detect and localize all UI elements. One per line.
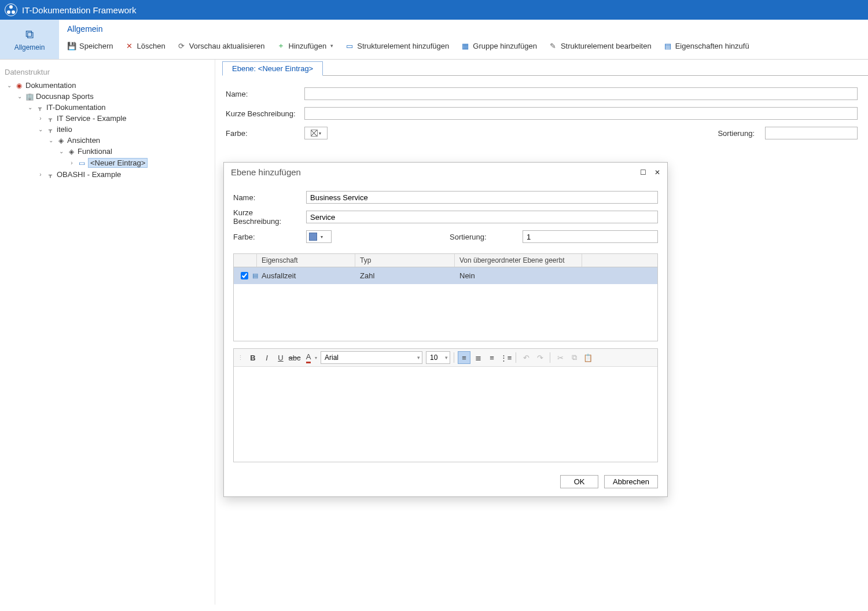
collapse-icon[interactable]: ⌄ — [47, 137, 54, 143]
ribbon-tab-allgemein[interactable]: ⧉ Allgemein — [0, 20, 59, 59]
font-color-button[interactable]: A — [302, 351, 315, 364]
name-input[interactable] — [304, 87, 858, 100]
building-icon: 🏢 — [25, 93, 34, 101]
ok-button[interactable]: OK — [560, 475, 598, 488]
bullet-list-button[interactable]: ⋮≡ — [499, 351, 512, 364]
rte-toolbar: ⋮ B I U abc A ▾ ≡ ≣ ≡ ⋮≡ ↶ ↷ — [234, 349, 657, 367]
hierarchy-icon: ᚁ — [46, 115, 55, 123]
refresh-preview-button[interactable]: ⟳ Vorschau aktualisieren — [171, 39, 271, 53]
tree-node-itelio[interactable]: ⌄ ᚁ itelio — [35, 124, 211, 135]
pencil-icon: ✎ — [549, 42, 558, 50]
col-spacer — [582, 254, 657, 267]
italic-button[interactable]: I — [260, 351, 273, 364]
delete-button[interactable]: ✕ Löschen — [119, 39, 171, 53]
align-left-button[interactable]: ≡ — [458, 351, 470, 364]
row-checkbox[interactable] — [241, 272, 248, 279]
tab-strip: Ebene: <Neuer Eintrag> — [222, 61, 868, 76]
properties-table: Eigenschaft Typ Von übergeordneter Ebene… — [233, 253, 658, 341]
cut-button[interactable]: ✂ — [554, 351, 567, 364]
col-property[interactable]: Eigenschaft — [257, 254, 355, 267]
paste-button[interactable]: 📋 — [582, 351, 594, 364]
dialog-title: Ebene hinzufügen — [231, 167, 301, 177]
tree-node-company[interactable]: ⌄ 🏢 Docusnap Sports — [14, 91, 211, 102]
save-button[interactable]: 💾 Speichern — [61, 39, 119, 53]
tree-node-funktional[interactable]: ⌄ ◈ Funktional — [56, 146, 211, 157]
dlg-sort-input[interactable] — [523, 230, 658, 243]
copy-button[interactable]: ⧉ — [568, 351, 580, 364]
collapse-icon[interactable]: ⌄ — [6, 82, 13, 89]
collapse-icon[interactable]: ⌄ — [16, 93, 23, 100]
app-logo-icon — [5, 3, 17, 16]
dlg-label-color: Farbe: — [233, 233, 300, 241]
sort-input[interactable] — [765, 127, 858, 139]
rte-content-area[interactable] — [234, 367, 657, 462]
strikethrough-button[interactable]: abc — [288, 351, 301, 364]
table-header: Eigenschaft Typ Von übergeordneter Ebene… — [234, 254, 657, 267]
chevron-down-icon[interactable]: ▾ — [315, 355, 317, 360]
font-family-select[interactable] — [321, 351, 422, 364]
dialog-titlebar[interactable]: Ebene hinzufügen ☐ ✕ — [224, 163, 667, 182]
color-picker[interactable]: ▾ — [304, 127, 328, 139]
edit-properties-button[interactable]: ▤ Eigenschaften hinzufü — [657, 39, 755, 53]
cell-property: Ausfallzeit — [257, 270, 355, 281]
view-icon: ◈ — [67, 148, 76, 156]
color-swatch-empty-icon — [311, 130, 318, 137]
dlg-label-sort: Sortierung: — [450, 233, 517, 241]
label-name: Name: — [226, 90, 299, 98]
tree-node-obashi[interactable]: › ᚁ OBASHI - Example — [35, 169, 211, 180]
table-row[interactable]: ▤ Ausfallzeit Zahl Nein — [234, 267, 657, 284]
cell-type: Zahl — [355, 270, 455, 281]
col-inherited[interactable]: Von übergeordneter Ebene geerbt — [455, 254, 582, 267]
titlebar: IT-Dokumentation Framework — [0, 0, 868, 20]
dialog-add-level: Ebene hinzufügen ☐ ✕ Name: Kurze Beschre… — [223, 162, 668, 497]
level-icon: ▭ — [77, 159, 86, 167]
expand-icon[interactable]: › — [37, 115, 44, 122]
delete-icon: ✕ — [125, 42, 134, 50]
undo-button[interactable]: ↶ — [520, 351, 532, 364]
font-size-select[interactable] — [426, 351, 450, 364]
tree-node-new-entry[interactable]: › ▭ <Neuer Eintrag> — [66, 157, 211, 169]
tree-node-service-example[interactable]: › ᚁ IT Service - Example — [35, 113, 211, 124]
tree-node-root[interactable]: ⌄ ◉ Dokumentation — [3, 80, 211, 91]
add-group-button[interactable]: ▦ Gruppe hinzufügen — [455, 39, 543, 53]
col-type[interactable]: Typ — [355, 254, 455, 267]
description-input[interactable] — [304, 107, 858, 120]
add-structure-element-button[interactable]: ▭ Strukturelement hinzufügen — [339, 39, 455, 53]
collapse-icon[interactable]: ⌄ — [27, 104, 34, 111]
tree-node-itdoc[interactable]: ⌄ ᚁ IT-Dokumentation — [24, 102, 211, 113]
tree-node-ansichten[interactable]: ⌄ ◈ Ansichten — [45, 135, 211, 146]
group-add-icon: ▦ — [461, 42, 470, 50]
structure-add-icon: ▭ — [345, 42, 354, 50]
add-button[interactable]: ＋ Hinzufügen ▾ — [271, 38, 340, 53]
plus-icon: ＋ — [277, 41, 286, 51]
toolbar: 💾 Speichern ✕ Löschen ⟳ Vorschau aktuali… — [59, 36, 868, 59]
col-checkbox — [234, 254, 257, 267]
dlg-color-picker[interactable]: ▾ — [306, 230, 332, 243]
tree: ⌄ ◉ Dokumentation ⌄ 🏢 Docusnap Sports — [3, 80, 211, 180]
app-title: IT-Dokumentation Framework — [22, 5, 137, 15]
collapse-icon[interactable]: ⌄ — [58, 148, 65, 154]
underline-button[interactable]: U — [274, 351, 287, 364]
ribbon-tab-label: Allgemein — [14, 43, 45, 51]
maximize-icon[interactable]: ☐ — [640, 168, 646, 176]
dlg-label-name: Name: — [233, 193, 300, 202]
bold-button[interactable]: B — [247, 351, 259, 364]
tab-level[interactable]: Ebene: <Neuer Eintrag> — [222, 61, 323, 76]
collapse-icon[interactable]: ⌄ — [37, 126, 44, 132]
color-swatch-icon — [309, 233, 317, 241]
hierarchy-icon: ᚁ — [46, 171, 55, 179]
dlg-label-desc: Kurze Beschreibung: — [233, 208, 300, 226]
expand-icon[interactable]: › — [68, 160, 75, 166]
chevron-down-icon: ▾ — [319, 131, 321, 136]
align-center-button[interactable]: ≣ — [472, 351, 484, 364]
align-right-button[interactable]: ≡ — [486, 351, 498, 364]
chevron-down-icon: ▾ — [321, 234, 323, 240]
cancel-button[interactable]: Abbrechen — [604, 475, 658, 488]
close-icon[interactable]: ✕ — [654, 168, 660, 176]
dlg-description-input[interactable] — [306, 211, 658, 223]
redo-button[interactable]: ↷ — [534, 351, 546, 364]
ribbon: ⧉ Allgemein Allgemein 💾 Speichern ✕ Lösc… — [0, 20, 868, 60]
dlg-name-input[interactable] — [306, 191, 658, 204]
edit-structure-element-button[interactable]: ✎ Strukturelement bearbeiten — [543, 39, 657, 53]
expand-icon[interactable]: › — [37, 171, 44, 178]
